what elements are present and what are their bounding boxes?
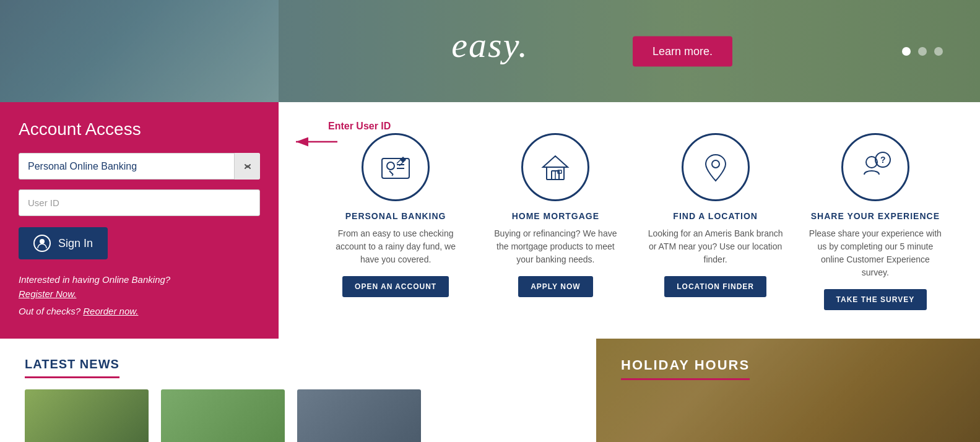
learn-more-button[interactable]: Learn more. — [633, 36, 732, 66]
news-thumb-3[interactable] — [297, 389, 421, 442]
house-icon — [537, 149, 574, 186]
svg-rect-3 — [382, 158, 409, 178]
svg-point-16 — [712, 160, 719, 168]
features-row: PERSONAL BANKING From an easy to use che… — [316, 127, 955, 310]
find-location-icon-circle — [682, 133, 750, 201]
latest-news-panel: LATEST NEWS — [0, 339, 596, 442]
reorder-checks-link[interactable]: Reorder now. — [83, 306, 138, 316]
holiday-hours-title: HOLIDAY HOURS — [621, 357, 750, 380]
location-finder-button[interactable]: LOCATION FINDER — [664, 276, 766, 297]
find-location-desc: Looking for an Ameris Bank branch or ATM… — [648, 227, 784, 266]
latest-news-title: LATEST NEWS — [25, 357, 119, 378]
home-mortgage-title: HOME MORTGAGE — [512, 211, 599, 221]
carousel-dot-3[interactable] — [934, 47, 943, 56]
feature-share-experience: ? SHARE YOUR EXPERIENCE Please share you… — [801, 133, 950, 310]
share-experience-desc: Please share your experience with us by … — [807, 227, 943, 279]
bottom-section: LATEST NEWS HOLIDAY HOURS — [0, 339, 980, 442]
banking-type-select[interactable]: Personal Online Banking Business Online … — [19, 153, 260, 180]
svg-marker-11 — [543, 156, 568, 167]
share-experience-icon-circle: ? — [841, 133, 909, 201]
account-access-panel: Account Access Personal Online Banking B… — [0, 102, 279, 339]
hero-tagline: easy. — [451, 24, 528, 66]
hero-section: easy. Learn more. — [0, 0, 980, 102]
news-thumb-2[interactable] — [161, 389, 285, 442]
sign-in-button[interactable]: Sign In — [19, 227, 108, 259]
personal-banking-title: PERSONAL BANKING — [345, 211, 446, 221]
id-card-pen-icon — [377, 149, 414, 186]
feature-home-mortgage: HOME MORTGAGE Buying or refinancing? We … — [481, 133, 630, 310]
home-mortgage-desc: Buying or refinancing? We have the mortg… — [487, 227, 623, 266]
feature-find-location: FIND A LOCATION Looking for an Ameris Ba… — [641, 133, 790, 310]
account-access-title: Account Access — [19, 119, 260, 139]
personal-banking-icon-circle — [362, 133, 430, 201]
register-prompt: Interested in having Online Banking? Reg… — [19, 273, 260, 301]
carousel-dot-1[interactable] — [902, 47, 911, 56]
open-account-button[interactable]: OPEN AN ACCOUNT — [342, 276, 449, 297]
reorder-checks-prompt: Out of checks? Reorder now. — [19, 306, 260, 316]
banking-type-select-wrapper: Personal Online Banking Business Online … — [19, 153, 260, 180]
svg-text:?: ? — [880, 155, 886, 165]
take-survey-button[interactable]: TAKE THE SURVEY — [824, 289, 927, 310]
main-content: Account Access Personal Online Banking B… — [0, 102, 980, 339]
features-section: Enter User ID — [279, 102, 980, 339]
svg-line-9 — [397, 160, 401, 163]
feature-personal-banking: PERSONAL BANKING From an easy to use che… — [321, 133, 470, 310]
svg-point-4 — [387, 162, 394, 170]
holiday-hours-panel: HOLIDAY HOURS — [596, 339, 980, 442]
find-location-title: FIND A LOCATION — [673, 211, 758, 221]
register-link[interactable]: Register Now. — [19, 288, 76, 299]
home-mortgage-icon-circle — [521, 133, 589, 201]
personal-banking-desc: From an easy to use checking account to … — [327, 227, 464, 266]
carousel-dot-2[interactable] — [918, 47, 927, 56]
chat-question-icon: ? — [857, 149, 894, 186]
svg-line-8 — [392, 175, 393, 176]
holiday-overlay — [596, 339, 980, 442]
user-icon — [33, 235, 51, 252]
svg-point-0 — [40, 239, 45, 244]
carousel-dots — [902, 47, 943, 56]
sign-in-label: Sign In — [58, 237, 93, 250]
user-id-input[interactable] — [19, 189, 260, 216]
share-experience-title: SHARE YOUR EXPERIENCE — [811, 211, 940, 221]
news-thumb-1[interactable] — [25, 389, 149, 442]
svg-line-7 — [389, 171, 393, 175]
news-thumbnails — [25, 389, 571, 442]
map-pin-icon — [697, 149, 734, 186]
apply-now-button[interactable]: APPLY NOW — [518, 276, 592, 297]
